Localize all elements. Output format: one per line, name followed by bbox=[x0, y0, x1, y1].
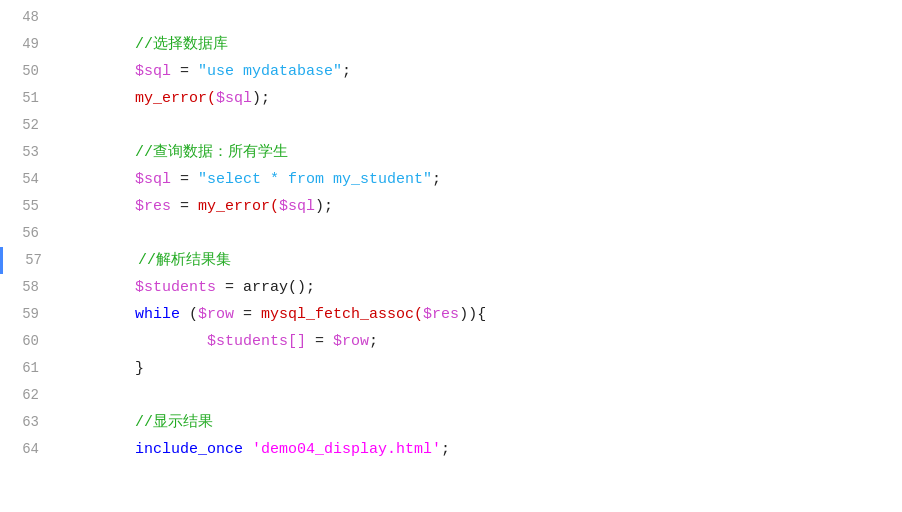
token: $res bbox=[423, 306, 459, 323]
token: = bbox=[171, 198, 198, 215]
token: ); bbox=[315, 198, 333, 215]
token bbox=[63, 279, 135, 296]
line-number: 57 bbox=[3, 247, 58, 274]
line-number: 63 bbox=[0, 409, 55, 436]
token: ; bbox=[342, 63, 351, 80]
token bbox=[63, 333, 207, 350]
token: = bbox=[234, 306, 261, 323]
line-content: $sql = "select * from my_student"; bbox=[55, 166, 902, 193]
token: $sql bbox=[216, 90, 252, 107]
line-content: $sql = "use mydatabase"; bbox=[55, 58, 902, 85]
code-line: 48 bbox=[0, 4, 902, 31]
token: )){ bbox=[459, 306, 486, 323]
line-content: //选择数据库 bbox=[55, 31, 902, 58]
token: ; bbox=[369, 333, 378, 350]
code-line: 61 } bbox=[0, 355, 902, 382]
token: $sql bbox=[135, 171, 171, 188]
code-line: 52 bbox=[0, 112, 902, 139]
line-content: //查询数据：所有学生 bbox=[55, 139, 902, 166]
token: //显示结果 bbox=[63, 414, 213, 431]
token: ); bbox=[252, 90, 270, 107]
code-line: 63 //显示结果 bbox=[0, 409, 902, 436]
token: $row bbox=[198, 306, 234, 323]
token: "use mydatabase" bbox=[198, 63, 342, 80]
token bbox=[63, 63, 135, 80]
token: = bbox=[171, 171, 198, 188]
line-number: 53 bbox=[0, 139, 55, 166]
token: } bbox=[63, 360, 144, 377]
code-line: 58 $students = array(); bbox=[0, 274, 902, 301]
line-number: 62 bbox=[0, 382, 55, 409]
token bbox=[63, 171, 135, 188]
line-number: 58 bbox=[0, 274, 55, 301]
line-number: 55 bbox=[0, 193, 55, 220]
token: $sql bbox=[135, 63, 171, 80]
token bbox=[63, 198, 135, 215]
token: //选择数据库 bbox=[63, 36, 228, 53]
token: $students bbox=[135, 279, 216, 296]
token: "select * from my_student" bbox=[198, 171, 432, 188]
code-line: 60 $students[] = $row; bbox=[0, 328, 902, 355]
line-number: 51 bbox=[0, 85, 55, 112]
line-content: while ($row = mysql_fetch_assoc($res)){ bbox=[55, 301, 902, 328]
code-line: 49 //选择数据库 bbox=[0, 31, 902, 58]
line-number: 59 bbox=[0, 301, 55, 328]
token: $students[] bbox=[207, 333, 306, 350]
line-number: 60 bbox=[0, 328, 55, 355]
line-number: 52 bbox=[0, 112, 55, 139]
line-content: $students[] = $row; bbox=[55, 328, 902, 355]
code-line: 59 while ($row = mysql_fetch_assoc($res)… bbox=[0, 301, 902, 328]
token: //解析结果集 bbox=[66, 252, 231, 269]
token bbox=[63, 441, 135, 458]
token: my_error( bbox=[135, 90, 216, 107]
line-number: 61 bbox=[0, 355, 55, 382]
line-number: 50 bbox=[0, 58, 55, 85]
code-line: 62 bbox=[0, 382, 902, 409]
line-content: $res = my_error($sql); bbox=[55, 193, 902, 220]
code-editor: 4849 //选择数据库50 $sql = "use mydatabase";5… bbox=[0, 0, 902, 512]
line-number: 48 bbox=[0, 4, 55, 31]
token: ( bbox=[180, 306, 198, 323]
code-line: 54 $sql = "select * from my_student"; bbox=[0, 166, 902, 193]
line-content: } bbox=[55, 355, 902, 382]
code-line: 51 my_error($sql); bbox=[0, 85, 902, 112]
line-content: include_once 'demo04_display.html'; bbox=[55, 436, 902, 463]
line-content: //解析结果集 bbox=[58, 247, 902, 274]
token: $row bbox=[333, 333, 369, 350]
line-content: my_error($sql); bbox=[55, 85, 902, 112]
token: mysql_fetch_assoc( bbox=[261, 306, 423, 323]
token: 'demo04_display.html' bbox=[252, 441, 441, 458]
token bbox=[63, 90, 135, 107]
token: array(); bbox=[243, 279, 315, 296]
line-content: $students = array(); bbox=[55, 274, 902, 301]
code-line: 57 //解析结果集 bbox=[0, 247, 902, 274]
token: while bbox=[135, 306, 180, 323]
token: ; bbox=[432, 171, 441, 188]
code-line: 56 bbox=[0, 220, 902, 247]
line-number: 49 bbox=[0, 31, 55, 58]
code-line: 53 //查询数据：所有学生 bbox=[0, 139, 902, 166]
token: = bbox=[216, 279, 243, 296]
token bbox=[63, 306, 135, 323]
code-line: 64 include_once 'demo04_display.html'; bbox=[0, 436, 902, 463]
line-number: 56 bbox=[0, 220, 55, 247]
token: = bbox=[306, 333, 333, 350]
line-number: 54 bbox=[0, 166, 55, 193]
token: = bbox=[171, 63, 198, 80]
token: include_once bbox=[135, 441, 243, 458]
token: $sql bbox=[279, 198, 315, 215]
code-line: 55 $res = my_error($sql); bbox=[0, 193, 902, 220]
token: $res bbox=[135, 198, 171, 215]
token: ; bbox=[441, 441, 450, 458]
code-lines: 4849 //选择数据库50 $sql = "use mydatabase";5… bbox=[0, 0, 902, 467]
line-number: 64 bbox=[0, 436, 55, 463]
token: my_error( bbox=[198, 198, 279, 215]
token: //查询数据：所有学生 bbox=[63, 144, 288, 161]
line-content: //显示结果 bbox=[55, 409, 902, 436]
token bbox=[243, 441, 252, 458]
code-line: 50 $sql = "use mydatabase"; bbox=[0, 58, 902, 85]
